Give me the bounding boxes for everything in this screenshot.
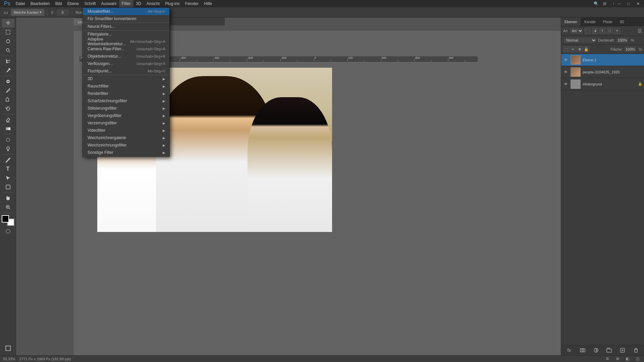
filter-3d[interactable]: 3D ▶ xyxy=(83,75,169,82)
filter-videofilter[interactable]: Videofilter ▶ xyxy=(83,127,169,134)
filter-neural[interactable]: Neural Filters... xyxy=(83,23,169,30)
filter-weichzeichnergalerie[interactable]: Weichzeichnergalerie ▶ xyxy=(83,134,169,141)
filter-fluchtpunkt[interactable]: Fluchtpunkt... Alt+Strg+V xyxy=(83,67,169,75)
filter-stilisierung[interactable]: Stilisierungsfilter ▶ xyxy=(83,105,169,112)
filter-camera-raw[interactable]: Camera Raw-Filter... Umschalt+Strg+A xyxy=(83,45,169,53)
filter-objektivkorrektur[interactable]: Objektivkorrektur... Umschalt+Strg+R xyxy=(83,53,169,60)
filter-adaptive-weitwinkel[interactable]: Adaptive Weitwinkelkorrektur... Alt+Umsc… xyxy=(83,38,169,45)
filter-weichzeichnungsfilter[interactable]: Weichzeichnungsfilter ▶ xyxy=(83,141,169,149)
filter-menu: Mosaikeffekt... Alt+Strg+F Für Smartfilt… xyxy=(83,7,170,157)
filter-mosaikeffekt[interactable]: Mosaikeffekt... Alt+Strg+F xyxy=(83,8,169,15)
filter-smartfilter[interactable]: Für Smartfilter konvertieren xyxy=(83,15,169,22)
filter-verzerrung[interactable]: Verzerrungsfilter ▶ xyxy=(83,119,169,127)
filter-sonstige[interactable]: Sonstige Filter ▶ xyxy=(83,149,169,156)
filter-scharfzeichnung[interactable]: Scharfzeichnungsfilter ▶ xyxy=(83,97,169,105)
filter-renderfilter[interactable]: Renderfilter ▶ xyxy=(83,90,169,97)
filter-vergroeberung[interactable]: Vergröberungsfilter ▶ xyxy=(83,112,169,119)
filter-rauschfilter[interactable]: Rauschfilter ▶ xyxy=(83,82,169,90)
dropdown-overlay[interactable]: Mosaikeffekt... Alt+Strg+F Für Smartfilt… xyxy=(0,0,644,362)
filter-verfluessigen[interactable]: Verflüssigen... Umschalt+Strg+X xyxy=(83,60,169,67)
